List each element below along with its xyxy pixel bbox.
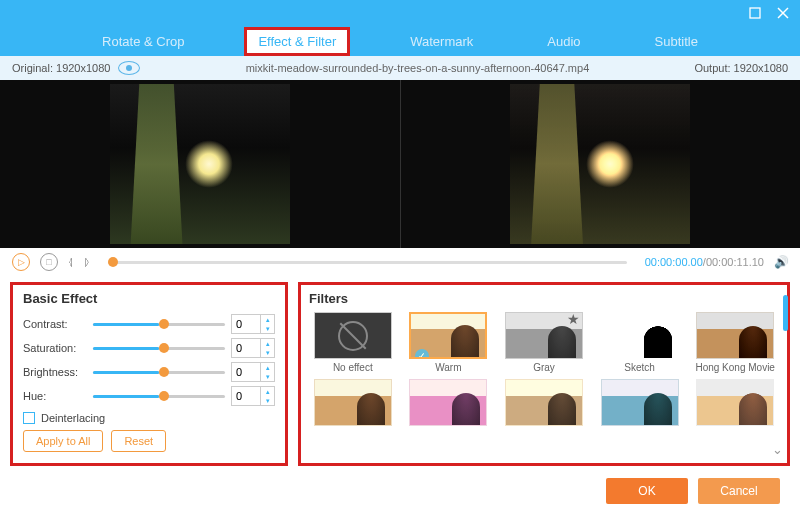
- filter-row2-5[interactable]: [691, 379, 779, 429]
- saturation-down[interactable]: ▾: [261, 348, 274, 357]
- filter-row2-3[interactable]: [500, 379, 588, 429]
- chevron-down-icon[interactable]: ⌄: [772, 442, 783, 457]
- minimize-button[interactable]: [748, 6, 762, 20]
- brightness-label: Brightness:: [23, 366, 87, 378]
- contrast-up[interactable]: ▴: [261, 315, 274, 324]
- next-frame-button[interactable]: ⦊: [84, 255, 90, 269]
- star-icon: ★: [567, 312, 580, 327]
- seek-knob[interactable]: [108, 257, 118, 267]
- deinterlacing-checkbox[interactable]: Deinterlacing: [23, 412, 275, 424]
- contrast-slider[interactable]: [93, 323, 225, 326]
- hue-slider[interactable]: [93, 395, 225, 398]
- footer: OK Cancel: [0, 470, 800, 512]
- hue-input[interactable]: [232, 390, 260, 402]
- output-resolution: Output: 1920x1080: [694, 62, 788, 74]
- tab-audio[interactable]: Audio: [535, 29, 592, 54]
- filters-scrollbar[interactable]: [783, 295, 788, 331]
- tab-watermark[interactable]: Watermark: [398, 29, 485, 54]
- filter-no-effect[interactable]: No effect: [309, 312, 397, 373]
- playback-controls: ▷ □ ⦉ ⦊ 00:00:00.00/00:00:11.10 🔊: [0, 248, 800, 276]
- titlebar: [0, 0, 800, 26]
- filter-warm[interactable]: ✓Warm: [405, 312, 493, 373]
- basic-effect-panel: Basic Effect Contrast: ▴▾ Saturation: ▴▾…: [10, 282, 288, 466]
- contrast-down[interactable]: ▾: [261, 324, 274, 333]
- cancel-button[interactable]: Cancel: [698, 478, 780, 504]
- preview-output: [400, 80, 801, 248]
- tab-subtitle[interactable]: Subtitle: [643, 29, 710, 54]
- filter-row2-1[interactable]: [309, 379, 397, 429]
- filter-hong-kong-movie[interactable]: Hong Kong Movie: [691, 312, 779, 373]
- saturation-label: Saturation:: [23, 342, 87, 354]
- basic-effect-heading: Basic Effect: [23, 291, 275, 306]
- hue-label: Hue:: [23, 390, 87, 402]
- video-thumb-original: [110, 84, 290, 244]
- filter-sketch[interactable]: Sketch: [596, 312, 684, 373]
- brightness-up[interactable]: ▴: [261, 363, 274, 372]
- original-resolution: Original: 1920x1080: [12, 62, 110, 74]
- saturation-slider[interactable]: [93, 347, 225, 350]
- contrast-label: Contrast:: [23, 318, 87, 330]
- compare-icon[interactable]: [118, 61, 140, 75]
- saturation-input[interactable]: [232, 342, 260, 354]
- svg-rect-0: [750, 8, 760, 18]
- ok-button[interactable]: OK: [606, 478, 688, 504]
- filters-heading: Filters: [309, 291, 779, 306]
- prev-frame-button[interactable]: ⦉: [68, 255, 74, 269]
- filter-gray[interactable]: ★Gray: [500, 312, 588, 373]
- tabs-bar: Rotate & Crop Effect & Filter Watermark …: [0, 26, 800, 56]
- brightness-down[interactable]: ▾: [261, 372, 274, 381]
- saturation-up[interactable]: ▴: [261, 339, 274, 348]
- check-icon: ✓: [415, 349, 429, 359]
- close-button[interactable]: [776, 6, 790, 20]
- contrast-input[interactable]: [232, 318, 260, 330]
- filters-panel: Filters No effect ✓Warm ★Gray Sketch Hon…: [298, 282, 790, 466]
- info-bar: Original: 1920x1080 mixkit-meadow-surrou…: [0, 56, 800, 80]
- filter-row2-2[interactable]: [405, 379, 493, 429]
- tab-rotate-crop[interactable]: Rotate & Crop: [90, 29, 196, 54]
- brightness-input[interactable]: [232, 366, 260, 378]
- preview-area: [0, 80, 800, 248]
- brightness-slider[interactable]: [93, 371, 225, 374]
- hue-down[interactable]: ▾: [261, 396, 274, 405]
- checkbox-icon: [23, 412, 35, 424]
- tab-effect-filter[interactable]: Effect & Filter: [246, 29, 348, 54]
- reset-button[interactable]: Reset: [111, 430, 166, 452]
- stop-button[interactable]: □: [40, 253, 58, 271]
- video-thumb-output: [510, 84, 690, 244]
- volume-icon[interactable]: 🔊: [774, 255, 788, 269]
- play-button[interactable]: ▷: [12, 253, 30, 271]
- apply-to-all-button[interactable]: Apply to All: [23, 430, 103, 452]
- hue-up[interactable]: ▴: [261, 387, 274, 396]
- preview-original: [0, 80, 400, 248]
- time-display: 00:00:00.00/00:00:11.10: [645, 256, 764, 268]
- filter-row2-4[interactable]: [596, 379, 684, 429]
- seek-bar[interactable]: [108, 261, 627, 264]
- filename-label: mixkit-meadow-surrounded-by-trees-on-a-s…: [140, 62, 694, 74]
